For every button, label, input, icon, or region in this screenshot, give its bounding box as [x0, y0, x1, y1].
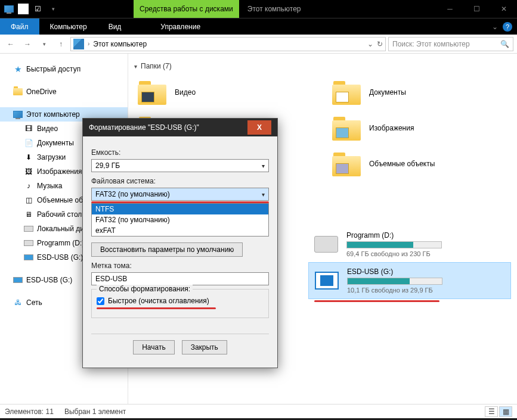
ribbon-file[interactable]: Файл: [0, 18, 39, 35]
folder-icon: [332, 80, 361, 105]
drive-tools-tab[interactable]: Средства работы с дисками: [134, 0, 239, 18]
drive-tile-programm-d[interactable]: Programm (D:) 69,4 ГБ свободно из 230 ГБ: [308, 226, 511, 262]
cloud-icon: [13, 87, 23, 97]
search-placeholder: Поиск: Этот компьютер: [392, 40, 500, 48]
restore-defaults-button[interactable]: Восстановить параметры по умолчанию: [91, 242, 243, 257]
star-icon: ★: [13, 64, 23, 74]
ribbon-manage[interactable]: Управление: [150, 18, 211, 35]
status-item-count: Элементов: 11: [5, 407, 54, 416]
breadcrumb-location[interactable]: Этот компьютер: [93, 40, 147, 48]
folder-tile-documents[interactable]: Документы: [329, 76, 511, 108]
location-icon: [73, 39, 84, 49]
network-icon: 🖧: [13, 298, 23, 307]
nav-back-button[interactable]: ←: [4, 37, 18, 51]
filesystem-dropdown: NTFS FAT32 (по умолчанию) exFAT: [91, 203, 269, 237]
close-dialog-button[interactable]: Закрыть: [182, 340, 227, 354]
caret-down-icon: ▾: [134, 63, 137, 70]
status-selection: Выбран 1 элемент: [64, 407, 126, 416]
minimize-button[interactable]: ─: [436, 0, 463, 18]
explorer-icon: [2, 2, 16, 15]
drive-name: ESD-USB (G:): [347, 267, 506, 276]
dialog-separator: [91, 334, 269, 334]
capacity-select[interactable]: 29,9 ГБ▾: [91, 159, 269, 172]
document-icon: 📄: [24, 138, 33, 148]
close-button[interactable]: ✕: [490, 0, 517, 18]
folder-tile-videos[interactable]: Видео: [134, 76, 317, 108]
sidebar-onedrive[interactable]: OneDrive: [0, 85, 128, 99]
usb-icon: [24, 253, 33, 262]
statusbar: Элементов: 11 Выбран 1 элемент ☰ ▦: [0, 404, 517, 418]
chevron-down-icon: ▾: [262, 191, 265, 198]
folders-section-header[interactable]: ▾ Папки (7): [134, 62, 511, 70]
refresh-icon[interactable]: ↻: [377, 40, 383, 48]
sidebar-quick-access[interactable]: ★Быстрый доступ: [0, 62, 128, 76]
filesystem-label: Файловая система:: [91, 177, 269, 185]
folder-icon: [332, 116, 361, 141]
dialog-close-button[interactable]: X: [247, 120, 271, 135]
window-title: Этот компьютер: [239, 0, 309, 18]
volume-label-label: Метка тома:: [91, 262, 269, 270]
drive-icon: [24, 238, 33, 248]
folder-tile-3dobjects[interactable]: Объемные объекты: [329, 148, 511, 180]
format-options-legend: Способы форматирования:: [97, 285, 193, 293]
ribbon-view[interactable]: Вид: [98, 18, 132, 35]
dialog-title: Форматирование "ESD-USB (G:)": [89, 123, 199, 132]
annotation-underline: [97, 307, 216, 309]
drive-free-space: 10,1 ГБ свободно из 29,9 ГБ: [347, 287, 506, 294]
drive-tile-esd-usb[interactable]: ESD-USB (G:) 10,1 ГБ свободно из 29,9 ГБ: [308, 262, 511, 299]
hdd-icon: [313, 234, 339, 255]
qat-properties-icon[interactable]: [18, 4, 29, 14]
nav-up-button[interactable]: ↑: [54, 37, 68, 51]
monitor-icon: [13, 110, 23, 119]
capacity-label: Емкость:: [91, 148, 269, 157]
fs-option-fat32[interactable]: FAT32 (по умолчанию): [92, 214, 268, 225]
chevron-right-icon[interactable]: ›: [88, 41, 89, 47]
tiles-view-button[interactable]: ▦: [499, 406, 512, 417]
desktop-icon: 🖥: [24, 210, 33, 219]
ribbon: Файл Компьютер Вид Управление ⌄ ?: [0, 18, 517, 35]
qat-checkbox-icon[interactable]: ☑: [31, 2, 44, 15]
ribbon-expand-icon[interactable]: ⌄: [492, 23, 498, 31]
folder-tile-pictures[interactable]: Изображения: [329, 112, 511, 144]
breadcrumb-dropdown-icon[interactable]: ⌄: [367, 40, 373, 48]
video-icon: 🎞: [24, 124, 33, 133]
quick-format-label: Быстрое (очистка оглавления): [108, 297, 209, 305]
usb-drive-icon: [314, 270, 340, 291]
fs-option-ntfs[interactable]: NTFS: [92, 204, 268, 214]
folder-icon: [138, 80, 166, 105]
music-icon: ♪: [24, 181, 33, 191]
qat-dropdown-icon[interactable]: ▾: [47, 2, 60, 15]
format-dialog: Форматирование "ESD-USB (G:)" X Емкость:…: [82, 118, 278, 368]
download-icon: ⬇: [24, 153, 33, 162]
drive-icon: [24, 224, 33, 234]
maximize-button[interactable]: ☐: [463, 0, 490, 18]
nav-forward-button[interactable]: →: [20, 37, 35, 51]
usb-icon: [13, 275, 23, 285]
annotation-underline: [314, 300, 439, 302]
search-input[interactable]: Поиск: Этот компьютер 🔍: [388, 37, 513, 51]
volume-label-input[interactable]: ESD-USB: [91, 272, 269, 285]
drive-usage-bar: [346, 241, 442, 248]
drive-name: Programm (D:): [346, 231, 506, 239]
picture-icon: 🖼: [24, 167, 33, 176]
details-view-button[interactable]: ☰: [485, 406, 498, 417]
titlebar: ☑ ▾ Средства работы с дисками Этот компь…: [0, 0, 517, 18]
drive-usage-bar: [347, 278, 442, 285]
fs-option-exfat[interactable]: exFAT: [92, 225, 268, 236]
nav-recent-dropdown[interactable]: ▾: [37, 37, 51, 51]
start-button[interactable]: Начать: [133, 340, 175, 354]
ribbon-computer[interactable]: Компьютер: [39, 18, 98, 35]
filesystem-select[interactable]: FAT32 (по умолчанию)▾: [91, 188, 269, 201]
help-icon[interactable]: ?: [503, 22, 512, 32]
breadcrumb[interactable]: › Этот компьютер ⌄ ↻: [70, 37, 386, 51]
quick-format-checkbox[interactable]: [97, 297, 104, 305]
drive-free-space: 69,4 ГБ свободно из 230 ГБ: [346, 250, 506, 257]
chevron-down-icon: ▾: [262, 163, 265, 169]
dialog-titlebar[interactable]: Форматирование "ESD-USB (G:)" X: [83, 119, 277, 136]
search-icon[interactable]: 🔍: [500, 40, 509, 48]
folder-icon: [332, 151, 361, 176]
format-options-group: Способы форматирования: Быстрое (очистка…: [91, 289, 269, 318]
addressbar: ← → ▾ ↑ › Этот компьютер ⌄ ↻ Поиск: Этот…: [0, 35, 517, 54]
cube-icon: ◫: [24, 195, 33, 205]
